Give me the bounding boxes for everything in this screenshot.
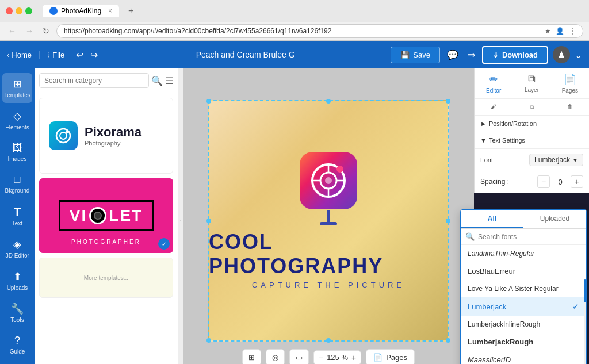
handle-right-mid[interactable] [446, 219, 450, 223]
text-settings-section[interactable]: ▼ Text Settings [475, 132, 589, 149]
font-selector[interactable]: Lumberjack ▼ [529, 154, 583, 166]
font-value: Lumberjack [534, 156, 570, 164]
elements-icon: ◇ [13, 110, 21, 122]
canvas-content[interactable]: COOL PHOTOGRAPHY CAPTURE THE PICTURE [208, 100, 449, 342]
logo-subtitle[interactable]: CAPTURE THE PICTURE [252, 281, 405, 289]
delete-tool[interactable]: 🗑 [551, 99, 589, 115]
sidebar-item-templates[interactable]: ⊞ Templates [2, 73, 32, 103]
handle-top-left[interactable] [206, 99, 211, 104]
template-card-pixorama[interactable]: Pixorama Photography [39, 98, 173, 174]
share-button[interactable]: ⇒ [465, 47, 477, 63]
zoom-in-button[interactable]: + [351, 353, 356, 362]
back-button[interactable]: ← [6, 25, 18, 37]
spacing-plus-button[interactable]: + [571, 175, 583, 188]
handle-left-mid[interactable] [206, 219, 211, 223]
address-bar[interactable]: https://photoadking.com/app/#/editor/a2c… [56, 24, 583, 38]
sidebar-item-tools[interactable]: 🔧 Tools [2, 298, 32, 328]
menu-icon[interactable]: ⋮ [569, 27, 576, 35]
sidebar-item-guide[interactable]: ? Guide [2, 330, 32, 359]
position-rotation-section[interactable]: ► Position/Rotation [475, 116, 589, 132]
font-search: 🔍 [461, 229, 586, 245]
tab-editor[interactable]: ✏ Editor [475, 68, 512, 98]
comment-button[interactable]: 💬 [445, 47, 461, 63]
font-item-lumberjack[interactable]: Lumberjack ✓ [461, 297, 586, 316]
new-tab-button[interactable]: + [124, 3, 138, 18]
pages-button[interactable]: 📄 Pages [366, 349, 415, 364]
font-tab-all[interactable]: All [461, 210, 523, 228]
pixorama-logo [49, 121, 78, 150]
images-icon: 🖼 [12, 142, 22, 154]
resize-handle[interactable]: ⋮ [178, 68, 183, 364]
forward-button[interactable]: → [23, 25, 36, 37]
template-card-third[interactable]: More templates... [39, 258, 173, 298]
stand-bar [327, 210, 330, 222]
sidebar-item-text[interactable]: T Text [2, 201, 32, 231]
maximize-dot[interactable] [25, 7, 32, 14]
font-item-lumberjack-inline[interactable]: LumberjackInlineRough [461, 316, 586, 333]
tab-pages[interactable]: 📄 Pages [551, 68, 589, 98]
font-item-love-ya[interactable]: Love Ya Like A Sister Regular [461, 280, 586, 297]
font-item-maassslicer-id[interactable]: MaasslicerID [461, 351, 586, 364]
account-icon[interactable]: 👤 [556, 27, 564, 35]
handle-top-mid[interactable] [326, 99, 331, 104]
text-label: Text [12, 220, 22, 227]
minimize-dot[interactable] [16, 7, 22, 14]
canvas-area: COOL PHOTOGRAPHY CAPTURE THE PICTURE ⊞ ◎… [183, 68, 474, 364]
spacing-row: Spacing : − 0 + [475, 171, 589, 193]
handle-bottom-left[interactable] [206, 338, 211, 343]
url-text: https://photoadking.com/app/#/editor/a2c… [64, 27, 545, 35]
text-icon: T [14, 205, 21, 219]
sidebar-item-images[interactable]: 🖼 Images [2, 137, 32, 167]
font-search-icon: 🔍 [465, 232, 475, 241]
violet-inner: VI LET PHOTOGRAPHER [39, 178, 173, 253]
font-tab-uploaded[interactable]: Uploaded [523, 210, 586, 228]
grid-tool-button[interactable]: ⊞ [242, 349, 261, 364]
violet-lens [89, 207, 106, 224]
template-card-violet[interactable]: VI LET PHOTOGRAPHER ✓ [39, 178, 173, 253]
browser-tab[interactable]: PhotoAdKing × [43, 5, 119, 17]
home-button[interactable]: ‹ Home [7, 51, 32, 59]
header-divider: | [39, 49, 41, 60]
search-icon[interactable]: 🔍 [151, 75, 163, 86]
sidebar-item-elements[interactable]: ◇ Elements [2, 105, 32, 135]
undo-button[interactable]: ↩ [74, 47, 86, 63]
font-item-landrina[interactable]: LandrinaThin-Regular [461, 245, 586, 262]
camera-shutter-svg [308, 160, 349, 201]
paint-tool[interactable]: 🖌 [475, 99, 512, 115]
save-button[interactable]: 💾 Save [391, 47, 440, 63]
spacing-minus-button[interactable]: − [537, 175, 550, 188]
avatar[interactable]: ♟ [553, 46, 570, 63]
more-button[interactable]: ⌄ [575, 49, 582, 60]
zoom-out-button[interactable]: − [319, 353, 323, 362]
handle-bottom-right[interactable] [446, 338, 450, 343]
violet-border: VI LET [59, 200, 154, 231]
screen-tool-button[interactable]: ▭ [289, 349, 309, 364]
tab-close-icon[interactable]: × [108, 7, 112, 15]
font-item-lumberjack-rough[interactable]: LumberjackRough [461, 333, 586, 351]
search-input[interactable] [39, 73, 149, 88]
spacing-label: Spacing : [480, 178, 534, 186]
font-item-losblauerreur[interactable]: LosBlauErreur [461, 262, 586, 280]
eraser-tool-button[interactable]: ◎ [266, 349, 285, 364]
sidebar-item-uploads[interactable]: ⬆ Uploads [2, 266, 32, 296]
uploads-icon: ⬆ [13, 270, 22, 283]
sidebar-item-3d-editor[interactable]: ◈ 3D Editor [2, 233, 32, 263]
font-name-maassslicer-id: MaasslicerID [468, 355, 511, 364]
grid-view-icon[interactable]: ☰ [165, 75, 173, 86]
reload-button[interactable]: ↻ [40, 25, 52, 37]
font-check-icon: ✓ [572, 302, 579, 311]
font-search-input[interactable] [478, 233, 582, 241]
handle-top-right[interactable] [446, 99, 450, 104]
download-button[interactable]: ⇓ Download [482, 46, 548, 64]
sidebar-item-shortcuts[interactable]: ⌨ Shortcuts [2, 362, 32, 364]
delete-icon: 🗑 [567, 104, 573, 110]
copy-tool[interactable]: ⧉ [512, 99, 550, 115]
tab-layer[interactable]: ⧉ Layer [512, 68, 550, 98]
star-icon[interactable]: ★ [545, 27, 551, 35]
sidebar-item-background[interactable]: □ Bkground [2, 169, 32, 198]
redo-button[interactable]: ↪ [88, 47, 100, 63]
logo-title[interactable]: COOL PHOTOGRAPHY [209, 230, 448, 278]
handle-bottom-mid[interactable] [326, 338, 331, 343]
close-dot[interactable] [6, 7, 13, 14]
file-menu[interactable]: ⁝ File [48, 51, 64, 59]
